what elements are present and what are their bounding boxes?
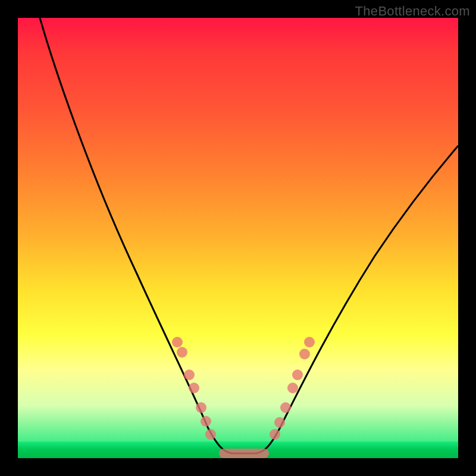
bottleneck-curve-line — [40, 18, 458, 453]
data-marker — [304, 337, 315, 347]
data-marker — [172, 337, 183, 347]
data-marker — [205, 429, 216, 440]
chart-svg — [18, 18, 458, 458]
watermark-text: TheBottleneck.com — [355, 4, 470, 19]
chart-frame: TheBottleneck.com — [0, 0, 476, 476]
data-marker — [184, 369, 195, 380]
data-marker — [196, 402, 206, 413]
data-marker — [270, 429, 280, 440]
data-marker — [280, 402, 291, 413]
data-marker-cluster — [219, 449, 269, 458]
data-marker — [292, 369, 303, 380]
data-marker — [274, 417, 285, 428]
data-marker — [189, 383, 199, 393]
data-marker — [201, 416, 211, 427]
plot-area — [18, 18, 458, 458]
data-marker — [299, 349, 310, 359]
data-marker — [177, 347, 187, 358]
data-marker — [287, 383, 298, 393]
